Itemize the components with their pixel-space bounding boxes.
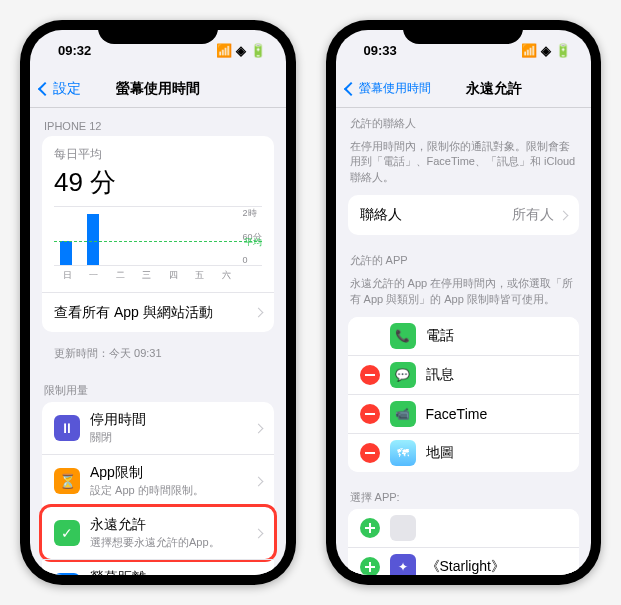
choose-header: 選擇 APP: xyxy=(336,482,592,509)
app-row-maps: 🗺 地圖 xyxy=(348,433,580,472)
app-row-facetime: 📹 FaceTime xyxy=(348,394,580,433)
limit-header: 限制用量 xyxy=(30,371,286,402)
screen-left: 09:32 📶 ◈ 🔋 設定 螢幕使用時間 IPHONE 12 每日平均 49 … xyxy=(30,30,286,575)
apps-desc: 永遠允許的 App 在停用時間內，或你選取「所有 App 與類別」的 App 限… xyxy=(336,272,592,317)
row-always-allowed[interactable]: ✓ 永遠允許選擇想要永遠允許的App。 xyxy=(42,507,274,559)
allowed-apps-group: 📞 電話 💬 訊息 📹 FaceTime 🗺 地圖 xyxy=(348,317,580,472)
screen-right: 09:33 📶 ◈ 🔋 螢幕使用時間 永遠允許 允許的聯絡人 在停用時間內，限制… xyxy=(336,30,592,575)
avg-value: 49 分 xyxy=(54,165,262,200)
row-screen-distance[interactable]: 👁 螢幕距離舒緩眼睛疲勞 xyxy=(42,559,274,575)
nav-bar: 設定 螢幕使用時間 xyxy=(30,70,286,108)
phone-right: 09:33 📶 ◈ 🔋 螢幕使用時間 永遠允許 允許的聯絡人 在停用時間內，限制… xyxy=(326,20,602,585)
bar-mon xyxy=(87,214,99,265)
battery-icon: 🔋 xyxy=(250,43,266,58)
signal-icon: 📶 xyxy=(521,43,537,58)
status-icons: 📶 ◈ 🔋 xyxy=(521,43,571,58)
wifi-icon: ◈ xyxy=(541,43,551,58)
app-row-messages: 💬 訊息 xyxy=(348,355,580,394)
remove-button[interactable] xyxy=(360,443,380,463)
contacts-desc: 在停用時間內，限制你的通訊對象。限制會套用到「電話」、FaceTime、「訊息」… xyxy=(336,135,592,195)
eye-icon: 👁 xyxy=(54,573,80,575)
contacts-value: 所有人 xyxy=(512,206,554,224)
see-all-activity[interactable]: 查看所有 App 與網站活動 xyxy=(42,292,274,332)
limits-card: ⏸ 停用時間關閉 ⏳ App限制設定 App 的時間限制。 ✓ 永遠允許選擇想要… xyxy=(42,402,274,575)
page-title: 永遠允許 xyxy=(466,80,522,98)
avg-line-label: 平均 xyxy=(244,235,262,248)
avg-label: 每日平均 xyxy=(54,146,262,163)
app-icon: ✦ xyxy=(390,554,416,575)
chevron-right-icon xyxy=(253,528,263,538)
chevron-right-icon xyxy=(559,210,569,220)
status-icons: 📶 ◈ 🔋 xyxy=(216,43,266,58)
notch xyxy=(98,20,218,44)
app-icon xyxy=(390,515,416,541)
contacts-header: 允許的聯絡人 xyxy=(336,108,592,135)
hourglass-icon: ⏳ xyxy=(54,468,80,494)
time: 09:32 xyxy=(58,43,91,58)
wifi-icon: ◈ xyxy=(236,43,246,58)
add-button[interactable] xyxy=(360,557,380,575)
usage-chart: 平均 2時 60分 0 xyxy=(54,206,262,266)
x-axis: 日一二三四五六 xyxy=(54,269,262,282)
chevron-left-icon xyxy=(38,81,52,95)
chevron-right-icon xyxy=(253,476,263,486)
highlight-always-allowed: ✓ 永遠允許選擇想要永遠允許的App。 xyxy=(39,504,277,562)
chevron-right-icon xyxy=(253,308,263,318)
time: 09:33 xyxy=(364,43,397,58)
back-label: 螢幕使用時間 xyxy=(359,80,431,97)
phone-icon: 📞 xyxy=(390,323,416,349)
nav-bar: 螢幕使用時間 永遠允許 xyxy=(336,70,592,108)
avg-line xyxy=(54,241,262,242)
content[interactable]: 允許的聯絡人 在停用時間內，限制你的通訊對象。限制會套用到「電話」、FaceTi… xyxy=(336,108,592,575)
row-contacts[interactable]: 聯絡人 所有人 xyxy=(348,195,580,235)
apps-header: 允許的 APP xyxy=(336,245,592,272)
device-header: IPHONE 12 xyxy=(30,108,286,136)
notch xyxy=(403,20,523,44)
back-label: 設定 xyxy=(53,80,81,98)
chevron-left-icon xyxy=(343,81,357,95)
messages-icon: 💬 xyxy=(390,362,416,388)
row-downtime[interactable]: ⏸ 停用時間關閉 xyxy=(42,402,274,454)
remove-button[interactable] xyxy=(360,365,380,385)
downtime-icon: ⏸ xyxy=(54,415,80,441)
contacts-group: 聯絡人 所有人 xyxy=(348,195,580,235)
app-row-phone: 📞 電話 xyxy=(348,317,580,355)
check-icon: ✓ xyxy=(54,520,80,546)
add-button[interactable] xyxy=(360,518,380,538)
back-button[interactable]: 螢幕使用時間 xyxy=(346,80,431,97)
updated-text: 更新時間：今天 09:31 xyxy=(30,346,286,371)
bar-sun xyxy=(60,241,72,265)
facetime-icon: 📹 xyxy=(390,401,416,427)
back-button[interactable]: 設定 xyxy=(40,80,81,98)
phone-left: 09:32 📶 ◈ 🔋 設定 螢幕使用時間 IPHONE 12 每日平均 49 … xyxy=(20,20,296,585)
usage-card: 每日平均 49 分 平均 2時 60分 0 xyxy=(42,136,274,332)
page-title: 螢幕使用時間 xyxy=(116,80,200,98)
signal-icon: 📶 xyxy=(216,43,232,58)
chevron-right-icon xyxy=(253,423,263,433)
maps-icon: 🗺 xyxy=(390,440,416,466)
app-row xyxy=(348,509,580,547)
choose-apps-group: ✦ 《Starlight》 🔒 1Password 7 1 1SE 🚕 5568… xyxy=(348,509,580,575)
content[interactable]: IPHONE 12 每日平均 49 分 平均 2時 xyxy=(30,108,286,575)
remove-button[interactable] xyxy=(360,404,380,424)
battery-icon: 🔋 xyxy=(555,43,571,58)
app-row-starlight: ✦ 《Starlight》 xyxy=(348,547,580,575)
row-app-limits[interactable]: ⏳ App限制設定 App 的時間限制。 xyxy=(42,454,274,507)
